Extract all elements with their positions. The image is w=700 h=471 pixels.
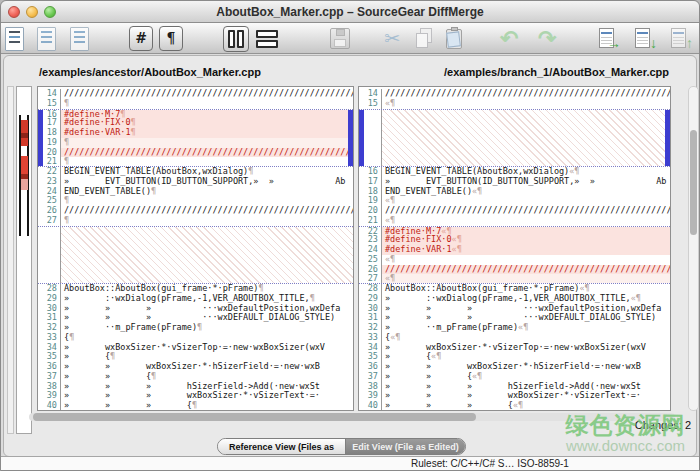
code-line[interactable]: 20//////////////////////////////////////… <box>359 206 670 216</box>
code-line[interactable]: 15¶ <box>38 99 353 109</box>
minimize-button[interactable] <box>26 6 38 18</box>
apply-change-up-button[interactable]: ↑ <box>669 25 693 52</box>
line-text: ////////////////////////////////////////… <box>382 206 670 216</box>
eol-marker: ¶ <box>110 352 115 361</box>
code-line[interactable]: 37» » {¶ <box>38 372 353 382</box>
close-button[interactable] <box>8 6 20 18</box>
line-text: ¶ <box>61 99 353 109</box>
apply-change-down-button[interactable]: ↓ <box>633 25 657 52</box>
code-line[interactable]: 28AboutBox::AboutBox(gui_frame·*·pFrame)… <box>38 284 353 294</box>
code-line[interactable]: 17» EVT_BUTTON(ID_BUTTON_SUPPORT,» » Ab <box>359 177 670 187</box>
eol-marker: ¶ <box>258 284 263 293</box>
line-text: END_EVENT_TABLE()«¶ <box>382 187 670 197</box>
left-code-pane[interactable]: 14//////////////////////////////////////… <box>37 86 354 411</box>
code-line[interactable]: 27¶ <box>38 216 353 226</box>
cut-button[interactable]: ✂ <box>384 25 400 52</box>
code-line[interactable]: 25«¶ <box>359 255 670 265</box>
code-line[interactable]: 36» » wxBoxSizer·*·hSizerField·=·new·wxB <box>359 362 670 372</box>
line-text: {¶ <box>61 333 353 343</box>
code-line[interactable]: 26//////////////////////////////////////… <box>38 206 353 216</box>
code-line[interactable]: 30» » » ···wxDefaultPosition,wxDefa <box>359 304 670 314</box>
split-horizontal-button[interactable] <box>254 25 280 52</box>
void-gap-row[interactable] <box>38 226 353 285</box>
code-line[interactable]: 33{¶ <box>38 333 353 343</box>
code-line[interactable]: 29» :·wxDialog(pFrame,-1,VER_ABOUTBOX_TI… <box>359 294 670 304</box>
apply-change-right-button[interactable]: → <box>597 25 621 52</box>
line-text: » » » hSizerField->Add(·new·wxSt <box>61 382 353 392</box>
vertical-scrollbar[interactable] <box>688 86 699 411</box>
code-line[interactable]: 19«¶ <box>359 196 670 206</box>
eol-marker: «¶ <box>513 401 523 410</box>
horizontal-scrollbar-thumb[interactable] <box>33 413 476 421</box>
invisibles-toggle[interactable]: ¶ <box>159 25 183 52</box>
line-text: » » » ···wxDEFAULT_DIALOG_STYLE) <box>61 313 353 323</box>
code-line[interactable]: 20//////////////////////////////////////… <box>38 148 353 158</box>
redo-button[interactable]: ↷ <box>538 25 556 52</box>
horizontal-scrollbar[interactable] <box>29 413 675 421</box>
edit-view-tab[interactable]: Edit View (File as Edited) <box>345 439 465 454</box>
code-line[interactable]: 26//////////////////////////////////////… <box>359 265 670 275</box>
code-line[interactable]: 31» » » ···wxDEFAULT_DIALOG_STYLE) <box>38 313 353 323</box>
code-line[interactable]: 16BEGIN_EVENT_TABLE(AboutBox,wxDialog)«¶ <box>359 167 670 177</box>
code-line[interactable]: 23#define·FIX·0«¶ <box>359 235 670 245</box>
code-line[interactable]: 40» » » {¶ <box>38 401 353 411</box>
code-line[interactable]: 37» » {«¶ <box>359 372 670 382</box>
code-line[interactable]: 24#define·VAR·1«¶ <box>359 245 670 255</box>
code-line[interactable]: 19¶ <box>38 138 353 148</box>
code-line[interactable]: 34» wxBoxSizer·*·vSizerTop·=·new·wxBoxSi… <box>38 343 353 353</box>
code-line[interactable]: 18END_EVENT_TABLE()«¶ <box>359 187 670 197</box>
edit-view-button[interactable] <box>70 25 89 52</box>
code-line[interactable]: 28AboutBox::AboutBox(gui_frame·*·pFrame)… <box>359 284 670 294</box>
code-line[interactable]: 15«¶ <box>359 99 670 109</box>
line-text: » » » wxBoxSizer·*·vSizerText·=· <box>382 391 670 401</box>
code-line[interactable]: 39» » » wxBoxSizer·*·vSizerText·=· <box>38 391 353 401</box>
right-code-pane[interactable]: 14//////////////////////////////////////… <box>358 86 671 411</box>
eol-marker: ¶ <box>310 294 315 303</box>
code-line[interactable]: 22BEGIN_EVENT_TABLE(AboutBox,wxDialog)¶ <box>38 167 353 177</box>
code-line[interactable]: 31» » » ···wxDEFAULT_DIALOG_STYLE) <box>359 313 670 323</box>
code-line[interactable]: 22#define·M·7«¶ <box>359 226 670 236</box>
code-line[interactable]: 16#define·M·7¶ <box>38 109 353 119</box>
left-file-path: /examples/ancestor/AboutBox_Marker.cpp <box>39 66 261 78</box>
save-button[interactable] <box>330 25 350 52</box>
code-line[interactable]: 30» » » ···wxDefaultPosition,wxDefa <box>38 304 353 314</box>
code-line[interactable]: 24END_EVENT_TABLE()¶ <box>38 187 353 197</box>
eol-marker: «¶ <box>431 352 441 361</box>
code-line[interactable]: 38» » » hSizerField->Add(·new·wxSt <box>359 382 670 392</box>
code-line[interactable]: 17#define·FIX·0¶ <box>38 118 353 128</box>
code-line[interactable]: 32» ··m_pFrame(pFrame)«¶ <box>359 323 670 333</box>
code-line[interactable]: 35» {«¶ <box>359 352 670 362</box>
undo-button[interactable]: ↶ <box>500 25 518 52</box>
code-line[interactable]: 14//////////////////////////////////////… <box>38 89 353 99</box>
code-line[interactable]: 33{«¶ <box>359 333 670 343</box>
code-line[interactable]: 18#define·VAR·1¶ <box>38 128 353 138</box>
code-line[interactable]: 34» wxBoxSizer·*·vSizerTop·=·new·wxBoxSi… <box>359 343 670 353</box>
vertical-scrollbar-thumb[interactable] <box>690 130 697 235</box>
void-gap-row[interactable] <box>359 109 670 168</box>
code-line[interactable]: 25¶ <box>38 196 353 206</box>
code-line[interactable]: 21¶ <box>38 157 353 167</box>
line-text: BEGIN_EVENT_TABLE(AboutBox,wxDialog)«¶ <box>382 167 670 177</box>
line-text: AboutBox::AboutBox(gui_frame·*·pFrame)«¶ <box>382 284 670 294</box>
split-vertical-button[interactable] <box>223 25 249 52</box>
code-line[interactable]: 21«¶ <box>359 216 670 226</box>
undo-icon: ↶ <box>500 26 518 52</box>
code-line[interactable]: 14//////////////////////////////////////… <box>359 89 670 99</box>
paste-button[interactable] <box>443 25 465 52</box>
code-line[interactable]: 38» » » hSizerField->Add(·new·wxSt <box>38 382 353 392</box>
reference-view-button[interactable] <box>37 25 56 52</box>
copy-button[interactable] <box>413 25 435 52</box>
code-line[interactable]: 32» ··m_pFrame(pFrame)¶ <box>38 323 353 333</box>
zoom-button[interactable] <box>44 6 56 18</box>
line-numbers-toggle[interactable]: # <box>129 25 153 52</box>
file-views-button[interactable] <box>5 25 24 52</box>
code-line[interactable]: 40» » » {«¶ <box>359 401 670 411</box>
code-line[interactable]: 27«¶ <box>359 274 670 284</box>
code-line[interactable]: 39» » » wxBoxSizer·*·vSizerText·=· <box>359 391 670 401</box>
code-line[interactable]: 29» :·wxDialog(pFrame,-1,VER_ABOUTBOX_TI… <box>38 294 353 304</box>
change-overview-strip[interactable] <box>16 86 32 434</box>
code-line[interactable]: 35» {¶ <box>38 352 353 362</box>
reference-view-tab[interactable]: Reference View (Files as Loaded) <box>218 439 345 454</box>
code-line[interactable]: 36» » wxBoxSizer·*·hSizerField·=·new·wxB <box>38 362 353 372</box>
code-line[interactable]: 23» EVT_BUTTON(ID_BUTTON_SUPPORT,» » Ab <box>38 177 353 187</box>
